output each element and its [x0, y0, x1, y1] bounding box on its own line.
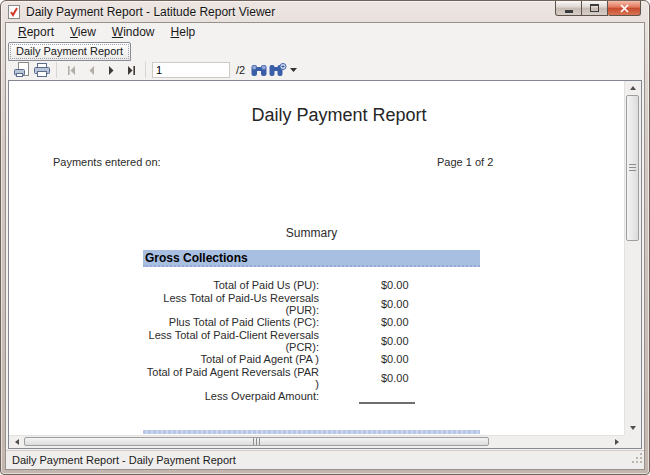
title-bar[interactable]: Daily Payment Report - Latitude Report V… — [1, 1, 649, 22]
payment-row: Total of Paid Agent Reversals (PAR ) $0.… — [143, 369, 483, 388]
window-title: Daily Payment Report - Latitude Report V… — [26, 5, 275, 19]
row-value: $0.00 — [381, 279, 451, 291]
scrollbar-corner — [624, 435, 641, 448]
menu-report[interactable]: Report — [10, 24, 62, 41]
next-page-icon — [106, 65, 117, 76]
scroll-up-button[interactable] — [625, 81, 641, 95]
report-title: Daily Payment Report — [139, 105, 539, 126]
row-value: $0.00 — [381, 298, 451, 310]
row-label: Total of Paid Agent Reversals (PAR ) — [143, 366, 319, 390]
menu-help[interactable]: Help — [163, 24, 204, 41]
maximize-button[interactable] — [582, 1, 608, 16]
arrow-right-icon — [615, 439, 619, 445]
payment-row: Less Total of Paid-Client Reversals (PCR… — [143, 332, 483, 351]
toolbar: /2 — [6, 59, 644, 81]
next-section-band-partial — [143, 430, 480, 434]
scroll-right-button[interactable] — [609, 436, 624, 448]
print-button[interactable] — [32, 61, 52, 80]
next-page-button[interactable] — [101, 61, 121, 80]
gross-collections-band: Gross Collections — [143, 250, 480, 267]
payment-row: Less Overpaid Amount: — [143, 387, 483, 406]
row-value: $0.00 — [381, 335, 451, 347]
vertical-scroll-thumb[interactable] — [626, 95, 639, 241]
status-text: Daily Payment Report - Daily Payment Rep… — [12, 454, 236, 466]
page-total-label: /2 — [236, 64, 245, 76]
previous-page-icon — [86, 65, 97, 76]
row-value: $0.00 — [381, 372, 451, 384]
row-label: Total of Paid Agent (PA ) — [143, 353, 319, 365]
last-page-button[interactable] — [121, 61, 141, 80]
print-preview-button[interactable] — [12, 61, 32, 80]
toolbar-separator — [56, 62, 57, 78]
tab-strip: Daily Payment Report — [6, 41, 644, 59]
tab-daily-payment-report[interactable]: Daily Payment Report — [8, 42, 131, 61]
find-button[interactable] — [249, 61, 269, 80]
first-page-button[interactable] — [61, 61, 81, 80]
row-value: $0.00 — [381, 316, 451, 328]
scroll-left-button[interactable] — [9, 436, 24, 448]
app-window: Daily Payment Report - Latitude Report V… — [0, 0, 650, 475]
row-label: Total of Paid Us (PU): — [143, 279, 319, 291]
arrow-up-icon — [630, 86, 636, 90]
print-icon — [33, 63, 51, 78]
minimize-button[interactable] — [555, 1, 582, 16]
close-icon — [620, 4, 629, 13]
scroll-down-button[interactable] — [625, 421, 641, 435]
first-page-icon — [66, 65, 77, 76]
report-viewer: Daily Payment Report Payments entered on… — [8, 80, 642, 449]
summary-heading: Summary — [139, 226, 484, 240]
print-preview-icon — [13, 62, 31, 78]
find-next-icon — [269, 63, 287, 77]
menu-window[interactable]: Window — [104, 24, 163, 41]
status-bar: Daily Payment Report - Daily Payment Rep… — [6, 450, 644, 469]
minimize-icon — [565, 10, 573, 13]
payment-row: Less Total of Paid-Us Reversals (PUR): $… — [143, 295, 483, 314]
horizontal-scrollbar[interactable] — [9, 435, 624, 448]
close-button[interactable] — [608, 1, 641, 16]
amount-underline — [359, 402, 415, 404]
arrow-left-icon — [15, 439, 19, 445]
thumb-grip-icon — [629, 164, 636, 172]
page-indicator: Page 1 of 2 — [437, 156, 493, 168]
menu-bar: Report View Window Help — [6, 23, 644, 41]
vertical-scrollbar[interactable] — [624, 81, 641, 435]
find-next-button[interactable] — [269, 61, 297, 80]
menu-view[interactable]: View — [62, 24, 104, 41]
last-page-icon — [126, 65, 137, 76]
row-label: Plus Total of Paid Clients (PC): — [143, 316, 319, 328]
row-label: Less Total of Paid-Client Reversals (PCR… — [143, 329, 319, 353]
horizontal-scroll-thumb[interactable] — [24, 437, 489, 446]
toolbar-separator — [145, 62, 146, 78]
report-page: Daily Payment Report Payments entered on… — [9, 81, 624, 435]
payments-entered-label: Payments entered on: — [53, 156, 161, 168]
find-icon — [251, 64, 267, 77]
thumb-grip-icon — [253, 438, 261, 445]
dropdown-caret-icon[interactable] — [290, 68, 297, 72]
page-number-input[interactable] — [152, 62, 230, 78]
row-label: Less Total of Paid-Us Reversals (PUR): — [143, 292, 319, 316]
arrow-down-icon — [630, 426, 636, 430]
row-label: Less Overpaid Amount: — [143, 390, 319, 402]
summary-rows: Total of Paid Us (PU): $0.00 Less Total … — [143, 276, 483, 406]
maximize-icon — [590, 4, 599, 12]
client-area: Report View Window Help Daily Payment Re… — [5, 22, 645, 470]
previous-page-button[interactable] — [81, 61, 101, 80]
resize-grip-icon[interactable] — [631, 450, 643, 468]
report-document-check-icon — [7, 5, 21, 19]
row-value: $0.00 — [381, 353, 451, 365]
